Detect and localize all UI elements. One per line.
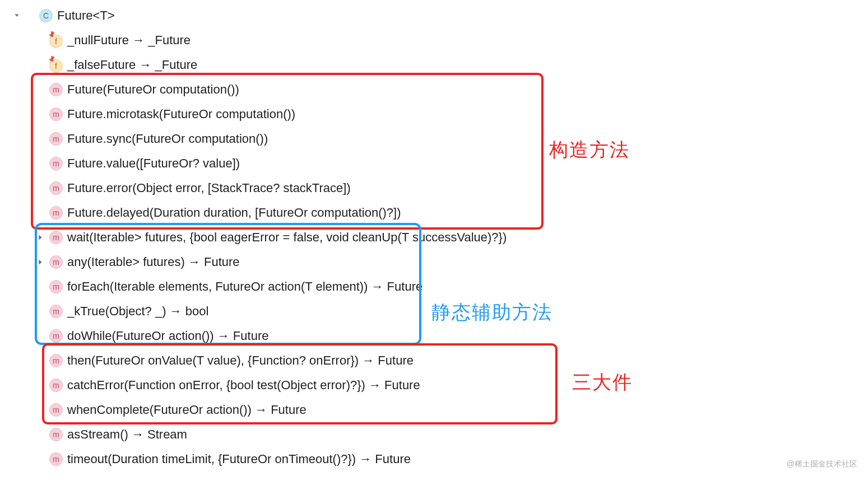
method-icon: m xyxy=(49,403,63,417)
class-icon: C xyxy=(39,9,53,22)
method-icon: m xyxy=(49,206,63,220)
constructor-label: Future.microtask(FutureOr computation()) xyxy=(67,107,295,122)
instance-method-row[interactable]: mthen(FutureOr onValue(T value), {Functi… xyxy=(0,348,864,373)
method-icon: m xyxy=(49,255,63,269)
constructor-label: Future.error(Object error, [StackTrace? … xyxy=(67,181,351,195)
constructor-row[interactable]: mFuture.value([FutureOr? value]) xyxy=(0,151,864,176)
constructor-row[interactable]: mFuture.microtask(FutureOr computation()… xyxy=(0,102,864,127)
chevron-right-icon[interactable] xyxy=(35,234,46,241)
instance-method-label: whenComplete(FutureOr action()) → Future xyxy=(67,403,306,417)
method-icon: m xyxy=(49,354,63,367)
static-method-row[interactable]: mdoWhile(FutureOr action()) → Future xyxy=(0,324,864,348)
static-method-label: any(Iterable> futures) → Future xyxy=(67,255,240,269)
chevron-down-icon[interactable] xyxy=(11,12,22,20)
instance-method-row[interactable]: mcatchError(Function onError, {bool test… xyxy=(0,373,864,398)
method-icon: m xyxy=(49,379,63,392)
static-method-row[interactable]: mforEach(Iterable elements, FutureOr act… xyxy=(0,274,864,299)
static-method-row[interactable]: many(Iterable> futures) → Future xyxy=(0,250,864,274)
field-icon: f📌 xyxy=(49,58,63,73)
class-row[interactable]: C Future<T> xyxy=(0,3,864,28)
static-annotation: 静态辅助方法 xyxy=(431,300,552,325)
instance-method-label: then(FutureOr onValue(T value), {Functio… xyxy=(67,353,414,368)
chevron-right-icon[interactable] xyxy=(35,258,46,266)
instance-annotation: 三大件 xyxy=(572,370,633,395)
constructor-row[interactable]: mFuture(FutureOr computation()) xyxy=(0,77,864,102)
watermark: @稀土掘金技术社区 xyxy=(787,459,857,469)
class-name: Future<T> xyxy=(57,8,115,23)
static-method-label: forEach(Iterable elements, FutureOr acti… xyxy=(67,279,422,294)
constructor-label: Future(FutureOr computation()) xyxy=(67,82,239,97)
method-icon: m xyxy=(49,280,63,293)
constructor-row[interactable]: mFuture.delayed(Duration duration, [Futu… xyxy=(0,200,864,225)
field-label: _falseFuture → _Future xyxy=(67,58,197,72)
field-row[interactable]: f📌_nullFuture → _Future xyxy=(0,28,864,53)
constructors-annotation: 构造方法 xyxy=(549,137,630,163)
method-icon: m xyxy=(49,181,63,195)
method-icon: m xyxy=(49,329,63,343)
constructor-label: Future.delayed(Duration duration, [Futur… xyxy=(67,206,401,220)
instance-method-row[interactable]: mwhenComplete(FutureOr action()) → Futur… xyxy=(0,398,864,422)
instance-method-label: timeout(Duration timeLimit, {FutureOr on… xyxy=(67,452,411,466)
instance-method-row[interactable]: mtimeout(Duration timeLimit, {FutureOr o… xyxy=(0,447,864,472)
method-icon: m xyxy=(49,108,63,121)
method-icon: m xyxy=(49,231,63,244)
field-icon: f📌 xyxy=(49,33,63,48)
method-icon: m xyxy=(49,452,63,466)
static-method-row[interactable]: mwait(Iterable> futures, {bool eagerErro… xyxy=(0,225,864,250)
constructor-label: Future.value([FutureOr? value]) xyxy=(67,156,240,171)
instance-method-label: asStream() → Stream xyxy=(67,427,187,442)
method-icon: m xyxy=(49,157,63,170)
static-method-label: _kTrue(Object? _) → bool xyxy=(67,304,208,319)
method-icon: m xyxy=(49,132,63,146)
method-icon: m xyxy=(49,428,63,441)
field-row[interactable]: f📌_falseFuture → _Future xyxy=(0,53,864,77)
constructor-row[interactable]: mFuture.error(Object error, [StackTrace?… xyxy=(0,176,864,200)
instance-method-label: catchError(Function onError, {bool test(… xyxy=(67,378,420,393)
static-method-label: doWhile(FutureOr action()) → Future xyxy=(67,329,268,343)
instance-method-row[interactable]: masStream() → Stream xyxy=(0,422,864,447)
method-icon: m xyxy=(49,83,63,96)
constructor-row[interactable]: mFuture.sync(FutureOr computation()) xyxy=(0,127,864,151)
static-method-label: wait(Iterable> futures, {bool eagerError… xyxy=(67,230,507,245)
constructor-label: Future.sync(FutureOr computation()) xyxy=(67,132,268,146)
method-icon: m xyxy=(49,305,63,318)
field-label: _nullFuture → _Future xyxy=(67,33,191,48)
